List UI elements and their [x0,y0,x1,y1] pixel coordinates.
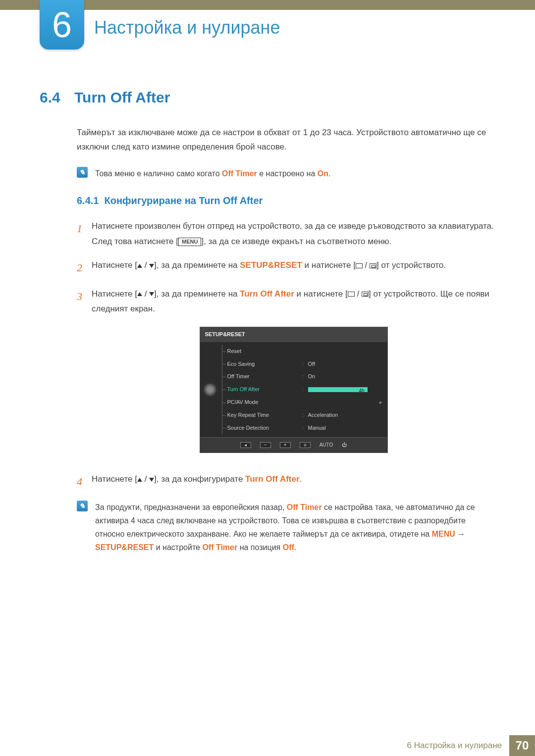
osd-nav-power: ⏻ [342,441,347,450]
down-icon [149,264,154,268]
step-text: Натиснете произволен бутон отпред на уст… [92,219,495,249]
osd-nav-bar: ◂ − + ⎆ AUTO ⏻ [200,437,387,453]
gear-icon [204,384,216,396]
osd-nav-enter: ⎆ [300,442,311,448]
note-text: Това меню е налично само когато Off Time… [95,167,495,180]
step-number: 2 [77,258,92,278]
step-number: 4 [77,472,92,492]
osd-nav-plus: + [280,442,291,448]
step-text: Натиснете [ / ], за да конфигурирате Tur… [92,472,495,492]
note-eu: ✎ За продукти, предназначени за европейс… [77,501,495,554]
osd-row-pcav: PC/AV Mode▸ [222,396,382,409]
osd-title: SETUP&RESET [200,327,387,342]
subsection-number: 6.4.1 [77,195,99,206]
step-2: 2 Натиснете [ / ], за да преминете на SE… [77,258,495,278]
section-number: 6.4 [40,89,74,106]
step-text: Натиснете [ / ], за да преминете на Turn… [92,287,495,463]
section-body: 6.4Turn Off After Таймерът за изключване… [40,89,495,569]
section-title: Turn Off After [74,89,170,105]
down-icon [149,478,154,482]
osd-slider: 4h [308,387,368,392]
down-icon [149,292,154,296]
page-footer: 6 Настройка и нулиране 70 [0,735,535,756]
osd-row-turnoffafter: Turn Off After:4h [222,383,382,396]
osd-menu-list: Reset Eco Saving:Off Off Timer:On Turn O… [222,345,382,435]
step-number: 3 [77,287,92,463]
enter-icon [370,263,376,268]
step-3: 3 Натиснете [ / ], за да преминете на Tu… [77,287,495,463]
step-4: 4 Натиснете [ / ], за да конфигурирате T… [77,472,495,492]
osd-nav-left: ◂ [240,442,251,448]
osd-nav-minus: − [260,442,271,448]
note-icon: ✎ [77,501,88,511]
step-1: 1 Натиснете произволен бутон отпред на у… [77,219,495,249]
chapter-tab: 6 [40,0,84,50]
up-icon [137,478,142,482]
footer-page-number: 70 [509,735,535,756]
subsection-heading: 6.4.1 Конфигуриране на Turn Off After [77,195,495,206]
osd-row-source: Source Detection:Manual [222,422,382,435]
subsection-title: Конфигуриране на Turn Off After [105,195,263,206]
section-heading: 6.4Turn Off After [40,89,495,106]
intro-paragraph: Таймерът за изключване може да се настро… [77,126,495,154]
osd-row-keyrepeat: Key Repeat Time:Acceleration [222,409,382,422]
up-icon [137,292,142,296]
rect-icon [356,263,363,268]
step-text: Натиснете [ / ], за да преминете на SETU… [92,258,495,278]
up-icon [137,264,142,268]
note-text: За продукти, предназначени за европейски… [95,501,495,554]
osd-row-eco: Eco Saving:Off [222,358,382,371]
osd-screenshot: SETUP&RESET Reset Eco Saving:Off Off Tim… [200,327,388,453]
osd-nav-auto: AUTO [320,441,333,450]
note-availability: ✎ Това меню е налично само когато Off Ti… [77,167,495,180]
osd-row-offtimer: Off Timer:On [222,370,382,383]
step-number: 1 [77,219,92,249]
chapter-title: Настройка и нулиране [94,17,280,38]
rect-icon [348,292,355,297]
enter-icon [362,292,369,297]
note-icon: ✎ [77,167,88,178]
footer-label: 6 Настройка и нулиране [400,735,510,756]
osd-row-reset: Reset [222,345,382,358]
menu-button-label: MENU [178,238,201,246]
